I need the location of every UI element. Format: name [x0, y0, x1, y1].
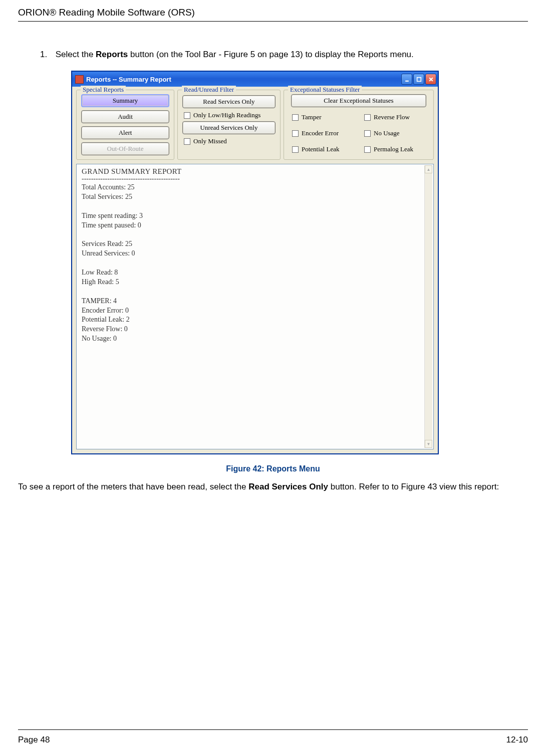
scroll-up-icon[interactable]: ▲ [425, 165, 432, 173]
figure-caption: Figure 42: Reports Menu [18, 464, 528, 473]
clear-exceptional-button[interactable]: Clear Exceptional Statuses [291, 94, 426, 107]
scroll-down-icon[interactable]: ▼ [425, 440, 432, 448]
report-line: Encoder Error: 0 [82, 306, 428, 316]
footer-left: Page 48 [18, 735, 50, 745]
checkbox-icon [364, 146, 371, 153]
report-output: ▲ ▼ GRAND SUMMARY REPORT ---------------… [76, 164, 434, 449]
step-bold: Reports [96, 50, 128, 59]
body-bold: Read Services Only [248, 482, 328, 491]
permalog-leak-checkbox[interactable]: Permalog Leak [364, 145, 429, 153]
page-footer: Page 48 12-10 [18, 735, 528, 745]
report-line [82, 259, 428, 268]
report-line: Potential Leak: 2 [82, 315, 428, 325]
report-line: Services Read: 25 [82, 239, 428, 249]
close-button[interactable] [425, 74, 436, 85]
step-suffix: button (on the Tool Bar - Figure 5 on pa… [128, 50, 413, 59]
report-line: Low Read: 8 [82, 268, 428, 278]
exceptional-status-label: Exceptional Statuses Filter [288, 86, 362, 94]
report-line: No Usage: 0 [82, 334, 428, 344]
read-filter-group: Read/Unread Filter Read Services Only On… [177, 90, 281, 160]
svg-rect-1 [417, 77, 421, 81]
no-usage-checkbox[interactable]: No Usage [364, 129, 429, 137]
checkbox-icon [184, 112, 190, 119]
body-paragraph: To see a report of the meters that have … [18, 481, 528, 493]
report-line [82, 287, 428, 297]
out-of-route-button: Out-Of-Route [81, 142, 169, 155]
summary-button[interactable]: Summary [81, 94, 169, 107]
no-usage-label: No Usage [374, 129, 400, 137]
encoder-error-label: Encoder Error [302, 129, 339, 137]
encoder-error-checkbox[interactable]: Encoder Error [292, 129, 357, 137]
body-prefix: To see a report of the meters that have … [18, 482, 248, 491]
checkbox-icon [292, 146, 299, 153]
report-line: Unread Services: 0 [82, 249, 428, 259]
report-body: Total Accounts: 25Total Services: 25 Tim… [82, 183, 428, 344]
only-lowhigh-checkbox[interactable]: Only Low/High Readings [184, 111, 276, 119]
read-filter-label: Read/Unread Filter [182, 86, 236, 94]
read-services-button[interactable]: Read Services Only [182, 95, 276, 108]
checkbox-icon [292, 130, 299, 137]
potential-leak-label: Potential Leak [302, 145, 339, 153]
instruction-step: 1. Select the Reports button (on the Too… [40, 50, 528, 60]
checkbox-icon [292, 114, 299, 121]
maximize-button[interactable] [413, 74, 424, 85]
footer-rule [18, 729, 528, 730]
body-suffix: button. Refer to to Figure 43 view this … [328, 482, 499, 491]
tamper-label: Tamper [302, 113, 322, 121]
audit-button[interactable]: Audit [81, 110, 169, 123]
report-line [82, 202, 428, 211]
filters-row: Special Reports Summary Audit Alert Out-… [72, 87, 438, 164]
footer-right: 12-10 [506, 735, 528, 745]
special-reports-group: Special Reports Summary Audit Alert Out-… [76, 90, 174, 160]
only-lowhigh-label: Only Low/High Readings [193, 111, 260, 119]
report-line: Total Accounts: 25 [82, 183, 428, 192]
report-line: Time spent paused: 0 [82, 221, 428, 230]
reverse-flow-checkbox[interactable]: Reverse Flow [364, 113, 429, 121]
only-missed-label: Only Missed [193, 137, 227, 145]
titlebar: Reports -- Summary Report [72, 72, 438, 87]
unread-services-button[interactable]: Unread Services Only [182, 121, 276, 134]
report-line: Time spent reading: 3 [82, 211, 428, 221]
only-missed-checkbox[interactable]: Only Missed [184, 137, 276, 145]
scrollbar[interactable]: ▲ ▼ [424, 165, 432, 448]
minimize-button[interactable] [401, 74, 412, 85]
reverse-flow-label: Reverse Flow [374, 113, 410, 121]
report-line: Reverse Flow: 0 [82, 325, 428, 334]
window-title: Reports -- Summary Report [86, 76, 400, 83]
checkbox-icon [184, 138, 190, 145]
tamper-checkbox[interactable]: Tamper [292, 113, 357, 121]
report-line: High Read: 5 [82, 278, 428, 287]
page-header: ORION® Reading Mobile Software (ORS) [18, 0, 528, 22]
reports-window: Reports -- Summary Report Special Report… [71, 71, 439, 454]
app-icon [75, 75, 84, 84]
alert-button[interactable]: Alert [81, 126, 169, 139]
special-reports-label: Special Reports [81, 86, 126, 94]
exceptional-status-group: Exceptional Statuses Filter Clear Except… [284, 90, 434, 160]
step-number: 1. [40, 50, 53, 60]
report-line: TAMPER: 4 [82, 297, 428, 306]
report-divider: ----------------------------------------… [82, 175, 428, 183]
report-line [82, 230, 428, 239]
potential-leak-checkbox[interactable]: Potential Leak [292, 145, 357, 153]
checkbox-icon [364, 130, 371, 137]
permalog-leak-label: Permalog Leak [374, 145, 413, 153]
checkbox-icon [364, 114, 371, 121]
step-prefix: Select the [56, 50, 96, 59]
report-line: Total Services: 25 [82, 192, 428, 202]
